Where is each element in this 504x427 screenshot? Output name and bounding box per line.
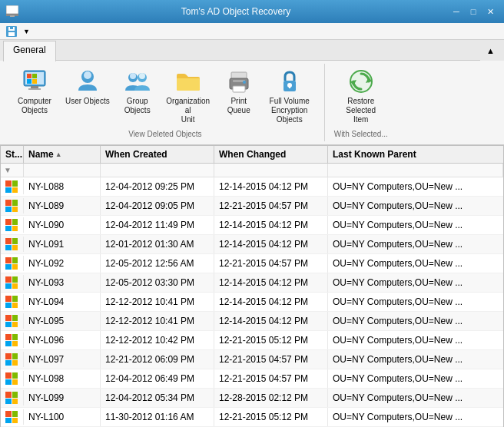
computer-objects-button[interactable]: ComputerObjects [12,64,57,119]
cell-name: NY-L092 [24,254,101,273]
view-deleted-objects-group-label: View Deleted Objects [128,128,201,138]
with-selected-group-label: With Selected... [334,128,388,138]
print-queue-label: PrintQueue [227,97,250,115]
group-objects-label: GroupObjects [124,97,151,115]
org-unit-button[interactable]: OrganizationalUnit [160,64,217,128]
window-title: Tom's AD Object Recovery [23,6,449,17]
table-row[interactable]: NY-L097 12-21-2012 06:09 PM 12-21-2015 0… [1,350,503,369]
cell-created: 12-04-2012 09:25 PM [101,177,214,196]
restore-icon [347,68,375,95]
cell-created: 12-04-2012 06:49 PM [101,369,214,388]
cell-changed: 12-21-2015 05:12 PM [214,331,328,349]
cell-parent: OU=NY Computers,OU=New ... [328,369,503,388]
restore-selected-label: RestoreSelected Item [338,97,384,124]
folder-icon [174,68,202,95]
cell-status [1,198,24,214]
col-header-created[interactable]: When Created [101,146,214,163]
user-icon [74,68,101,95]
cell-parent: OU=NY Computers,OU=New ... [328,293,503,311]
cell-created: 12-12-2012 10:41 PM [101,312,214,330]
cell-name: NY-L098 [24,369,101,388]
ribbon-items-view-deleted: ComputerObjects User Objects [12,64,318,128]
restore-selected-button[interactable]: RestoreSelected Item [333,64,390,128]
close-button[interactable]: ✕ [482,4,498,19]
cell-status [1,294,24,309]
tab-general[interactable]: General [3,41,56,61]
minimize-button[interactable]: ─ [449,4,464,19]
cell-name: NY-L100 [24,408,101,426]
user-objects-button[interactable]: User Objects [60,64,115,110]
lock-icon [276,68,303,95]
cell-created: 12-01-2012 01:30 AM [101,235,214,253]
ribbon-collapse-button[interactable]: ▲ [480,40,501,61]
svg-rect-24 [233,86,245,92]
quick-access-toolbar: ▼ [0,23,504,40]
filter-cell-st: ▼ [1,164,24,177]
cell-name: NY-L091 [24,235,101,253]
table-row[interactable]: NY-L093 12-05-2012 03:30 PM 12-14-2015 0… [1,273,503,293]
cell-changed: 12-28-2015 02:12 PM [214,389,328,407]
windows-icon [5,276,18,289]
save-icon [6,26,17,37]
col-header-parent[interactable]: Last Known Parent [328,146,503,163]
table-header: St... Name ▲ When Created When Changed L… [1,146,503,164]
windows-icon [5,180,18,193]
table-row[interactable]: NY-L099 12-04-2012 05:34 PM 12-28-2015 0… [1,389,503,408]
ribbon: General ▲ [0,40,504,145]
ribbon-group-with-selected: RestoreSelected Item With Selected... [327,64,396,141]
cell-status [1,313,24,329]
table-row[interactable]: NY-L088 12-04-2012 09:25 PM 12-14-2015 0… [1,177,503,197]
cell-changed: 12-14-2015 04:12 PM [214,312,328,330]
table-row[interactable]: NY-L098 12-04-2012 06:49 PM 12-21-2015 0… [1,369,503,389]
cell-created: 12-05-2012 03:30 PM [101,273,214,292]
svg-rect-10 [28,88,41,90]
windows-icon [5,219,18,231]
cell-created: 12-05-2012 12:56 AM [101,254,214,273]
col-header-status[interactable]: St... [1,146,24,163]
col-header-name[interactable]: Name ▲ [24,146,101,163]
filter-cell-name [24,164,101,177]
cell-changed: 12-14-2015 04:12 PM [214,177,328,196]
svg-rect-9 [31,86,38,88]
table-row[interactable]: NY-L095 12-12-2012 10:41 PM 12-14-2015 0… [1,312,503,331]
svg-rect-13 [27,79,32,84]
windows-icon [5,334,18,346]
cell-parent: OU=NY Computers,OU=New ... [328,312,503,330]
toolbar-dropdown-button[interactable]: ▼ [20,26,33,37]
cell-status [1,352,24,367]
cell-created: 12-04-2012 11:49 PM [101,216,214,234]
table-row[interactable]: NY-L091 12-01-2012 01:30 AM 12-14-2015 0… [1,235,503,254]
table-row[interactable]: NY-L089 12-04-2012 09:05 PM 12-21-2015 0… [1,197,503,216]
col-header-changed[interactable]: When Changed [214,146,328,163]
svg-rect-28 [289,85,290,88]
print-queue-button[interactable]: PrintQueue [220,64,258,119]
windows-icon [5,238,18,250]
table-body[interactable]: NY-L088 12-04-2012 09:25 PM 12-14-2015 0… [1,177,503,427]
group-icon [124,68,151,95]
sort-indicator: ▲ [55,151,62,158]
cell-status [1,390,24,405]
cell-parent: OU=NY Computers,OU=New ... [328,350,503,369]
cell-name: NY-L089 [24,197,101,215]
cell-changed: 12-21-2015 04:57 PM [214,350,328,369]
table-row[interactable]: NY-L092 12-05-2012 12:56 AM 12-21-2015 0… [1,254,503,273]
group-objects-button[interactable]: GroupObjects [118,64,157,119]
table-row[interactable]: NY-L100 11-30-2012 01:16 AM 12-21-2015 0… [1,408,503,427]
svg-point-25 [243,81,246,84]
cell-status [1,409,24,425]
full-volume-button[interactable]: Full VolumeEncryption Objects [261,64,318,128]
quick-save-button[interactable] [3,25,20,38]
table-row[interactable]: NY-L094 12-12-2012 10:41 PM 12-14-2015 0… [1,293,503,312]
maximize-button[interactable]: □ [466,4,481,19]
cell-name: NY-L088 [24,177,101,196]
title-bar: Tom's AD Object Recovery ─ □ ✕ [0,0,504,23]
filter-row: ▼ [1,164,503,177]
table-row[interactable]: NY-L096 12-12-2012 10:42 PM 12-21-2015 0… [1,331,503,350]
cell-status [1,237,24,252]
cell-changed: 12-14-2015 04:12 PM [214,273,328,292]
svg-rect-12 [32,74,37,78]
table-row[interactable]: NY-L090 12-04-2012 11:49 PM 12-14-2015 0… [1,216,503,235]
windows-icon [5,257,18,270]
cell-name: NY-L095 [24,312,101,330]
svg-rect-11 [27,74,32,78]
